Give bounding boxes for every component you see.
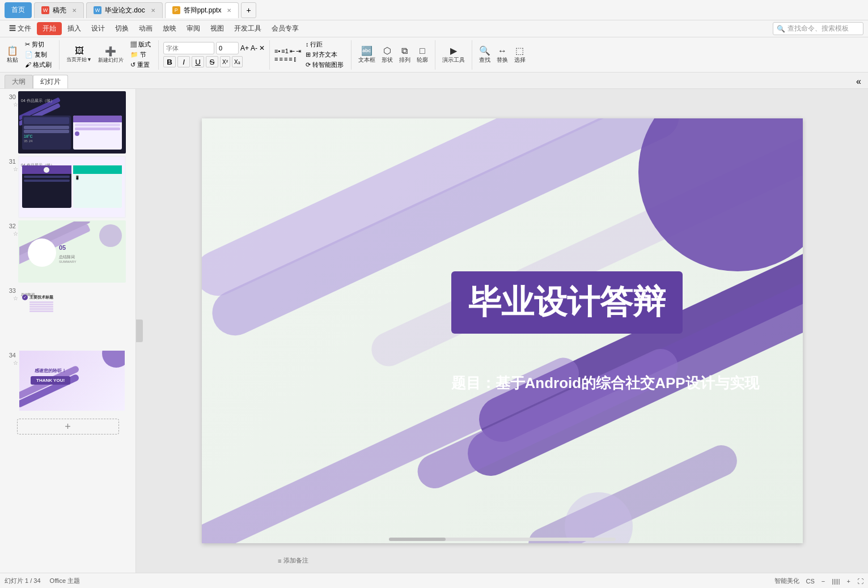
tab-home[interactable]: 首页 xyxy=(5,2,32,18)
horizontal-scrollbar[interactable] xyxy=(389,538,616,541)
find-button[interactable]: 🔍 查找 xyxy=(477,44,493,65)
menu-design[interactable]: 设计 xyxy=(87,22,109,36)
font-increase-button[interactable]: A+ xyxy=(240,44,249,52)
slide-32-subtitle: 总结陈词 xyxy=(59,254,75,260)
mockup2-content: 📱 xyxy=(75,176,121,180)
fullscreen-button[interactable]: ⛶ xyxy=(857,578,863,585)
layout-button[interactable]: ▦ 版式 xyxy=(128,40,154,49)
cut-button[interactable]: ✂ 剪切 xyxy=(22,40,54,49)
shape-button[interactable]: ⬡ 形状 xyxy=(379,44,395,65)
smart-beauty-label[interactable]: 智能美化 xyxy=(774,577,799,585)
outline-button[interactable]: □ 轮廓 xyxy=(414,45,430,65)
arrange-button[interactable]: ⧉ 排列 xyxy=(397,45,413,65)
slide-30-mockups: 18°C 35 24 xyxy=(22,116,122,150)
menu-vip[interactable]: 会员专享 xyxy=(267,22,303,36)
slide-item-33[interactable]: 33 ☆ 总结陈词 ✓ 主要技术标题 xyxy=(2,285,133,347)
subscript-button[interactable]: X₂ xyxy=(232,56,243,67)
select-button[interactable]: ⬚ 选择 xyxy=(512,44,528,65)
slide-item-32[interactable]: 32 ☆ 05 总结陈词 SUMMARY xyxy=(2,220,133,283)
menu-slideshow[interactable]: 放映 xyxy=(158,22,181,36)
cs-label[interactable]: CS xyxy=(806,578,815,585)
align-center-button[interactable]: ≡ xyxy=(279,56,282,62)
add-slide-button[interactable]: + xyxy=(17,419,119,434)
text-box-button[interactable]: 🔤 文本框 xyxy=(356,44,378,65)
layout-section-group: ▦ 版式 📁 节 ↺ 重置 xyxy=(128,40,154,70)
section-button[interactable]: 📁 节 xyxy=(128,50,154,59)
slide-title-box[interactable]: 毕业设计答辩 xyxy=(451,271,683,334)
menu-file[interactable]: ☰ 文件 xyxy=(5,22,36,36)
menu-review[interactable]: 审阅 xyxy=(182,22,205,36)
add-note-bar[interactable]: ≡ 添加备注 xyxy=(278,556,308,565)
mockup2-row1 xyxy=(75,123,120,126)
tab-draft[interactable]: W 稿壳 ✕ xyxy=(34,2,84,18)
font-size-input[interactable] xyxy=(216,42,239,54)
slide-item-31[interactable]: 31 ☆ 04 作品展示（续） xyxy=(2,156,133,218)
mockup1-row2 xyxy=(24,130,69,133)
zoom-out-button[interactable]: − xyxy=(822,578,825,585)
new-slide-add-button[interactable]: ➕ 新建幻灯片 xyxy=(96,45,126,65)
menu-animation[interactable]: 动画 xyxy=(134,22,157,36)
menu-view[interactable]: 视图 xyxy=(206,22,228,36)
present-tool-button[interactable]: ▶ 演示工具 xyxy=(440,44,467,65)
align-text-button[interactable]: ⊞ 对齐文本 xyxy=(303,50,346,59)
panel-collapse[interactable]: « xyxy=(854,75,863,88)
slide-item-34[interactable]: 34 ☆ 感谢您的聆听！ THANK YOU! xyxy=(2,350,133,412)
slide-32-thumb[interactable]: 05 总结陈词 SUMMARY xyxy=(18,220,126,283)
italic-button[interactable]: I xyxy=(177,56,190,67)
slide-item-30[interactable]: 30 ☆ 18°C 3 xyxy=(2,91,133,154)
copy-button[interactable]: 📄 复制 xyxy=(22,50,54,59)
menu-insert[interactable]: 插入 xyxy=(63,22,86,36)
thesis-icon: W xyxy=(94,6,101,14)
reset-button[interactable]: ↺ 重置 xyxy=(128,60,154,70)
search-box[interactable]: 🔍 查找命令、搜索模板 xyxy=(773,22,863,35)
tab-draft-close[interactable]: ✕ xyxy=(72,7,77,14)
numbered-list-button[interactable]: ≡1 xyxy=(281,48,289,55)
line-spacing-button[interactable]: ↕ 行距 xyxy=(303,40,346,49)
tab-thesis-close[interactable]: ✕ xyxy=(151,7,155,14)
start-button[interactable]: 开始 xyxy=(37,22,62,35)
tab-ppt-close[interactable]: ✕ xyxy=(227,7,231,14)
replace-button[interactable]: ↔ 替换 xyxy=(494,45,510,65)
align-right-button[interactable]: ≡ xyxy=(284,56,287,62)
scrollbar-thumb[interactable] xyxy=(389,538,446,541)
new-slide-button[interactable]: 🖼 当页开始▼ xyxy=(64,45,94,65)
slide-tab[interactable]: 幻灯片 xyxy=(33,75,68,88)
bold-button[interactable]: B xyxy=(163,56,176,67)
zoom-slider[interactable]: ||||| xyxy=(832,578,840,585)
paste-button[interactable]: 📋 粘贴 xyxy=(5,44,20,65)
scroll-left-indicator[interactable] xyxy=(136,319,143,342)
tab-thesis[interactable]: W 毕业论文.doc ✕ xyxy=(86,2,163,18)
format-button[interactable]: 🖌 格式刷 xyxy=(22,60,54,70)
slide-31-thumb[interactable]: 04 作品展示（续） 📱 xyxy=(18,156,126,218)
smart-shape-button[interactable]: ⟳ 转智能图形 xyxy=(303,60,346,70)
slide-34-thumb[interactable]: 感谢您的聆听！ THANK YOU! xyxy=(18,350,126,412)
text-box-label: 文本框 xyxy=(358,56,375,64)
bullet-list-button[interactable]: ≡• xyxy=(274,48,280,55)
strikethrough-button[interactable]: S xyxy=(206,56,218,67)
slide-31-num-group: 31 ☆ xyxy=(2,156,18,172)
decrease-indent-button[interactable]: ⇤ xyxy=(290,48,295,55)
outline-tab[interactable]: 大纲 xyxy=(5,75,33,88)
title-bar: 首页 W 稿壳 ✕ W 毕业论文.doc ✕ P 答辩ppt.pptx ✕ + xyxy=(0,0,868,20)
menu-developer[interactable]: 开发工具 xyxy=(230,22,266,36)
slide-33-line4 xyxy=(29,308,53,310)
slide-30-thumb[interactable]: 18°C 35 24 xyxy=(18,91,126,154)
tab-ppt[interactable]: P 答辩ppt.pptx ✕ xyxy=(165,2,239,18)
menu-bar: ☰ 文件 开始 插入 设计 切换 动画 放映 审阅 视图 开发工具 会员专享 🔍… xyxy=(0,20,868,37)
justify-button[interactable]: ≡ xyxy=(289,56,292,62)
font-decrease-button[interactable]: A- xyxy=(251,44,257,52)
menu-transition[interactable]: 切换 xyxy=(111,22,133,36)
zoom-in-button[interactable]: + xyxy=(847,578,850,585)
increase-indent-button[interactable]: ⇥ xyxy=(296,48,301,55)
slide-33-thumb[interactable]: 总结陈词 ✓ 主要技术标题 xyxy=(18,285,126,347)
superscript-button[interactable]: X² xyxy=(220,56,230,67)
align-left-button[interactable]: ≡ xyxy=(274,56,278,62)
slide-subtitle[interactable]: 题目：基于Android的综合社交APP设计与实现 xyxy=(451,373,759,393)
columns-button[interactable]: ⫿ xyxy=(294,56,297,62)
underline-button[interactable]: U xyxy=(192,56,204,67)
slide-34-thankyou: THANK YOU! xyxy=(31,376,70,385)
slide-30-inner: 18°C 35 24 xyxy=(19,92,125,152)
font-name-input[interactable] xyxy=(163,42,214,54)
clear-format-button[interactable]: ✕ xyxy=(259,44,265,52)
new-tab-button[interactable]: + xyxy=(241,2,256,18)
